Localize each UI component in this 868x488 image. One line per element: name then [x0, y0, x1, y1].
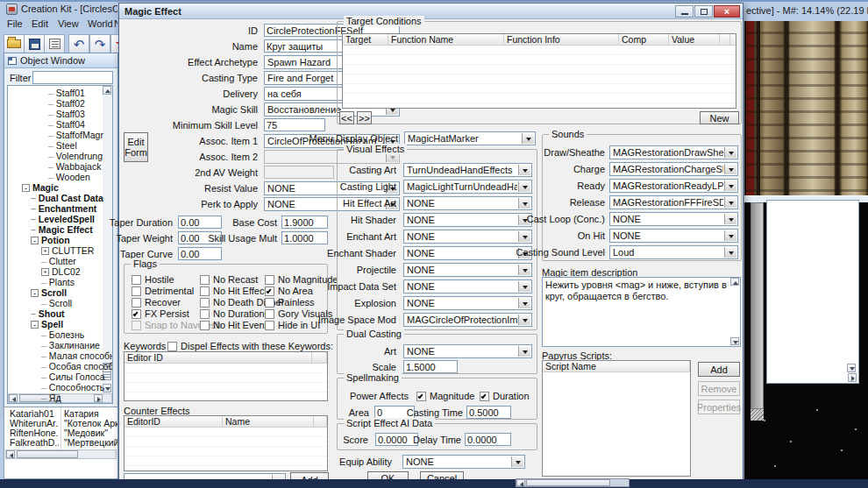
save-button[interactable]	[24, 34, 45, 53]
checkbox-unchecked[interactable]	[200, 321, 210, 330]
conditions-next-button[interactable]: >>	[357, 111, 372, 124]
expand-icon[interactable]: +	[41, 247, 49, 255]
release-dropdown[interactable]: MAGRestorationFFFireSD	[609, 195, 738, 209]
checkbox-unchecked[interactable]	[167, 342, 177, 351]
projectile-dropdown[interactable]: NONE	[403, 263, 532, 277]
keywords-header-blank[interactable]	[312, 352, 327, 364]
scrollbar-thumb[interactable]	[526, 479, 610, 486]
dropdown-arrow-icon[interactable]	[724, 197, 736, 208]
flag-no-duration[interactable]: No Duration	[200, 308, 265, 319]
conditions-table[interactable]: TargetFunction NameFunction InfoCompValu…	[342, 33, 736, 109]
menu-edit[interactable]: Edit	[32, 18, 48, 29]
dropdown-arrow-icon[interactable]	[724, 214, 736, 224]
collapse-icon[interactable]: -	[31, 321, 39, 329]
conditions-header-value[interactable]: Value	[669, 34, 720, 46]
render-viewport-wood[interactable]	[744, 21, 868, 195]
filter-input[interactable]	[32, 71, 113, 84]
casting-sound-level-dropdown[interactable]: Loud	[609, 245, 738, 259]
tree-item-особая-способ[interactable]: –Особая способ	[41, 361, 113, 371]
counter-header-editorid[interactable]: EditorID	[125, 416, 223, 428]
ready-dropdown[interactable]: MAGRestorationReadyLPSD	[609, 179, 738, 193]
tree-item-малая-способн[interactable]: –Малая способн	[41, 350, 113, 361]
enchant-shader-dropdown[interactable]: NONE	[403, 246, 532, 260]
conditions-header-function-info[interactable]: Function Info	[504, 34, 619, 46]
base-cost-input[interactable]	[281, 216, 328, 229]
dual-art-dropdown[interactable]: NONE	[403, 344, 532, 358]
dropdown-arrow-icon[interactable]	[724, 180, 736, 191]
checkbox-checked[interactable]	[480, 392, 489, 401]
expand-icon[interactable]: +	[41, 268, 49, 276]
dialog-titlebar[interactable]: Magic Effect	[119, 4, 743, 19]
tree-item-dual-cast-data[interactable]: –Dual Cast Data	[31, 193, 103, 203]
explosion-dropdown[interactable]: NONE	[403, 296, 532, 310]
counter-header-blank[interactable]	[314, 416, 327, 428]
dropdown-arrow-icon[interactable]	[522, 133, 534, 144]
scroll-up-icon[interactable]	[730, 278, 739, 286]
enchant-art-dropdown[interactable]: NONE	[403, 230, 532, 244]
maximize-button[interactable]	[694, 5, 713, 18]
taper-curve-input[interactable]	[178, 247, 222, 260]
dropdown-arrow-icon[interactable]	[511, 456, 523, 467]
tree-item-enchantment[interactable]: –Enchantment	[31, 203, 96, 214]
tree-item-magic[interactable]: -Magic	[22, 182, 59, 193]
tree-item-staff03[interactable]: –Staff03	[48, 109, 85, 119]
dropdown-arrow-icon[interactable]	[518, 165, 530, 175]
tree-item-staff01[interactable]: –Staff01	[48, 88, 85, 98]
minimum-skill-level-input[interactable]	[264, 118, 325, 131]
dropdown-arrow-icon[interactable]	[518, 265, 530, 275]
object-tree[interactable]: –Staff01–Staff02–Staff03–Staff04–Staffof…	[7, 85, 113, 404]
list-item[interactable]: WhiterunAr..."Котелок Аркад	[4, 418, 117, 428]
tree-vertical-scrollbar[interactable]	[103, 86, 112, 394]
tree-item-scroll[interactable]: –Scroll	[41, 298, 72, 308]
tree-item-силы-голоса[interactable]: –Силы Голоса	[41, 371, 105, 382]
draw-sheathe-dropdown[interactable]: MAGRestorationDrawSheatheLPM	[609, 145, 738, 159]
dispel-effects-checkbox[interactable]: Dispel Effects with these Keywords:	[167, 341, 333, 351]
flag-detrimental[interactable]: Detrimental	[132, 286, 194, 296]
flag-no-hit-event[interactable]: No Hit Event	[200, 320, 267, 330]
casting-art-dropdown[interactable]: TurnUndeadHandEffects	[403, 163, 532, 177]
tree-item-shout[interactable]: –Shout	[31, 308, 65, 319]
casting-light-dropdown[interactable]: MagicLightTurnUndeadHand01	[403, 180, 532, 194]
conditions-prev-button[interactable]: <<	[339, 111, 354, 124]
keywords-header-editor-id[interactable]: Editor ID	[125, 352, 312, 364]
cast-loop-conc-dropdown[interactable]: NONE	[609, 212, 738, 226]
checkbox-checked[interactable]	[416, 392, 426, 401]
scroll-left-icon[interactable]	[9, 394, 18, 402]
duration-checkbox[interactable]: Duration	[480, 391, 530, 401]
scroll-down-icon[interactable]	[730, 337, 739, 345]
conditions-header-blank[interactable]	[720, 34, 730, 46]
charge-dropdown[interactable]: MAGRestorationChargeSD	[609, 162, 738, 176]
checkbox-checked[interactable]	[265, 286, 274, 296]
equip-ability-dropdown[interactable]: NONE	[402, 455, 525, 469]
tree-item-potion[interactable]: -Potion	[31, 235, 70, 245]
dropdown-arrow-icon[interactable]	[518, 281, 530, 292]
dropdown-arrow-icon[interactable]	[518, 346, 530, 357]
papyrus-add-button[interactable]: Add	[698, 362, 740, 377]
form-list-window[interactable]: Katariah01КатарияWhiterunAr..."Котелок А…	[4, 407, 118, 479]
papyrus-scripts-list[interactable]: Script Name	[542, 360, 691, 477]
checkbox-unchecked[interactable]	[200, 298, 210, 308]
scroll-down-icon[interactable]	[847, 364, 856, 372]
tree-item-clutter[interactable]: –Clutter	[41, 256, 76, 266]
tree-item-plants[interactable]: –Plants	[41, 277, 75, 287]
close-button[interactable]: ×	[714, 5, 740, 18]
counter-header-name[interactable]: Name	[223, 416, 314, 428]
list-item[interactable]: Katariah01Катария	[4, 408, 117, 418]
dropdown-arrow-icon[interactable]	[518, 231, 530, 242]
dropdown-arrow-icon[interactable]	[518, 315, 530, 325]
tree-item-способность[interactable]: –Способность	[41, 382, 104, 393]
tree-item-dlc02[interactable]: +DLC02	[41, 266, 81, 277]
collapse-icon[interactable]: -	[31, 289, 39, 297]
counter-effects-body[interactable]	[125, 428, 327, 470]
checkbox-unchecked[interactable]	[132, 275, 141, 285]
scroll-left-icon[interactable]	[516, 479, 525, 486]
tree-item-яд[interactable]: –Яд	[41, 393, 61, 403]
checkbox-checked[interactable]	[132, 309, 141, 319]
tree-item-staffofmagr[interactable]: –StaffofMagr	[48, 130, 103, 140]
menu-file[interactable]: File	[7, 18, 23, 29]
flag-no-recast[interactable]: No Recast	[200, 274, 258, 285]
scroll-left-icon[interactable]	[6, 450, 15, 458]
tree-item-steel[interactable]: –Steel	[48, 140, 77, 151]
collapse-icon[interactable]: -	[22, 184, 30, 192]
list-item[interactable]: FalkreathD..."Мертвецкий ме	[4, 437, 117, 447]
